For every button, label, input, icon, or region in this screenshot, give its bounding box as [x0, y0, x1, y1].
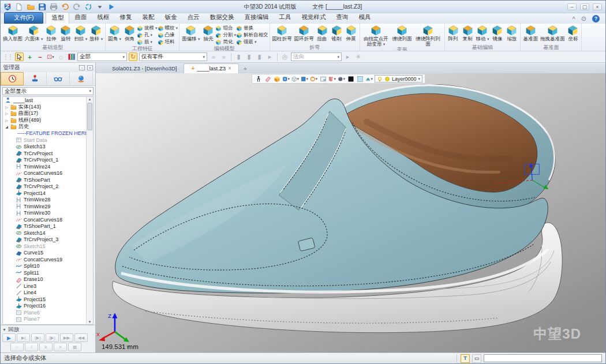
view-orientation-icon[interactable]: ▾	[282, 75, 290, 82]
ribbon-button-简化[interactable]: 简化	[215, 39, 236, 46]
redo-icon[interactable]	[72, 2, 81, 12]
scroll-up-icon[interactable]: ▲	[87, 97, 93, 101]
ribbon-button-面偏移[interactable]: 面偏移 ▾	[181, 24, 201, 42]
layer-dropdown[interactable]: Layer0000▾	[375, 75, 422, 82]
selection-cursor-icon[interactable]	[15, 52, 24, 61]
tree-item-Line3[interactable]: Line3	[3, 283, 86, 290]
ribbon-button-镶嵌[interactable]: 镶嵌▾	[236, 39, 268, 46]
ribbon-tab-点云[interactable]: 点云	[182, 12, 204, 24]
ribbon-tab-模具[interactable]: 模具	[353, 12, 376, 24]
tree-item-TrimWire29[interactable]: TrimWire29	[3, 203, 86, 210]
tree-item-Sketch14[interactable]: Sketch14	[3, 230, 86, 237]
undo-icon[interactable]	[61, 2, 70, 12]
tree-item-TrimWire24[interactable]: TrimWire24	[3, 163, 86, 170]
close-button[interactable]: ×	[593, 3, 602, 10]
ribbon-button-替换[interactable]: 替换	[236, 25, 268, 32]
tree-item-TrCrvProject_1[interactable]: TrCrvProject_1	[3, 157, 86, 164]
tree-item-(143)[interactable]: ▷实体(143)	[3, 104, 86, 111]
new-tab-button[interactable]: +	[239, 64, 252, 73]
ribbon-button-缩放[interactable]: 缩放	[504, 24, 519, 42]
ribbon-button-锥削[interactable]: 锥削	[330, 24, 344, 42]
tree-item------FEATUREFROZENHERE-----[interactable]: -----FEATURE FROZEN HERE-----	[3, 130, 86, 137]
viewport-split-icon[interactable]	[319, 75, 327, 82]
tree-item-Split10[interactable]: Split10	[3, 263, 86, 270]
add-select-icon[interactable]: +	[25, 52, 34, 61]
ribbon-tab-工具[interactable]: 工具	[274, 12, 296, 24]
tree-item-Sketch15[interactable]: Sketch15	[3, 243, 86, 250]
tree-item-Curve15[interactable]: Curve15	[3, 250, 86, 257]
ribbon-tab-装配[interactable]: 装配	[137, 12, 159, 24]
ribbon-button-凸缘[interactable]: 凸缘	[158, 32, 178, 39]
ribbon-button-基准面[interactable]: 基准面	[522, 24, 539, 42]
ribbon-button-抽壳[interactable]: 抽壳	[201, 24, 215, 42]
replay-play-to-next-button[interactable]: ▶|	[17, 333, 30, 342]
print-icon[interactable]	[49, 2, 58, 12]
shaded-display-icon[interactable]	[273, 75, 280, 82]
save-icon[interactable]	[38, 2, 47, 12]
ribbon-button-扫掠[interactable]: 扫掠 ▾	[73, 24, 88, 42]
replay-play-from-feature-button[interactable]: (▶)	[31, 333, 44, 342]
tree-item-Project16[interactable]: Project16	[3, 303, 86, 310]
ribbon-tab-修复[interactable]: 修复	[114, 12, 137, 24]
visual-manager-tab[interactable]	[47, 72, 70, 85]
face-display-icon[interactable]: ▾	[301, 75, 308, 82]
pick-box-icon[interactable]: ⊡▾	[46, 52, 55, 61]
tree-twisty-icon[interactable]: ▷	[5, 105, 9, 109]
tree-item-StartData[interactable]: Start Data	[3, 137, 86, 144]
tree-item-[interactable]: ◢历史	[3, 123, 86, 130]
tab-close-icon[interactable]: ×	[228, 65, 231, 72]
gear-icon[interactable]: ⊙	[581, 15, 586, 22]
display-filter-dropdown[interactable]: 全部显示▾	[2, 87, 93, 95]
tree-item-Project15[interactable]: Project15	[3, 296, 86, 303]
ribbon-button-放样[interactable]: 放样 ▾	[88, 24, 104, 42]
replay-fast-forward-button[interactable]: ▶▶	[60, 333, 73, 342]
maximize-button[interactable]: ▢	[580, 3, 589, 10]
play-icon[interactable]	[107, 2, 116, 12]
replay-play-between-button[interactable]: (▶)	[46, 333, 59, 342]
panel-close-icon[interactable]: ×	[87, 65, 93, 70]
tree-item-ConcatCurves16[interactable]: ConcatCurves16	[3, 170, 86, 177]
tree-item-(17)[interactable]: ▷曲面(17)	[3, 110, 86, 117]
ribbon-button-拖拽基准面[interactable]: 拖拽基准面	[539, 24, 566, 42]
open-file-icon[interactable]	[26, 2, 35, 12]
section-view-icon[interactable]: ▾	[328, 75, 336, 82]
walk-mode-icon[interactable]	[255, 75, 262, 82]
replay-play-button[interactable]: ▶	[2, 333, 16, 342]
history-manager-tab[interactable]	[1, 72, 24, 85]
ribbon-button-倒角[interactable]: 倒角	[122, 24, 137, 42]
3d-viewport[interactable]: Z X Y 149.531 mm ▾▾▾▾▾▾▾Layer0000▾ 中望3D	[96, 73, 605, 352]
ribbon-button-圆柱折弯[interactable]: 圆柱折弯	[271, 24, 293, 42]
replay-image-capture-button[interactable]: ▦	[68, 343, 81, 351]
tree-item-ConcatCurves18[interactable]: ConcatCurves18	[3, 216, 86, 223]
replay-pencil-edit-button[interactable]: /	[25, 343, 38, 351]
panel-pin-icon[interactable]: ▫	[79, 65, 85, 70]
dropdown-arrow-icon[interactable]	[95, 2, 104, 12]
ribbon-tab-造型[interactable]: 造型	[46, 12, 69, 24]
ribbon-tab-查询[interactable]: 查询	[331, 12, 353, 24]
ribbon-button-拉伸[interactable]: 拉伸	[44, 24, 58, 42]
file-menu-button[interactable]: 文件(F)	[4, 12, 43, 24]
ribbon-button-缠绕到面[interactable]: 缠绕到面	[391, 24, 413, 42]
ribbon-button-解析自相交[interactable]: 解析自相交	[236, 32, 268, 39]
new-file-icon[interactable]	[14, 2, 24, 12]
tree-twisty-icon[interactable]: ◢	[5, 125, 9, 129]
ribbon-button-阵列[interactable]: 阵列	[446, 24, 461, 42]
color-filter-icon[interactable]	[67, 52, 76, 61]
ribbon-button-由指定点开始变形[interactable]: 由指定点开始变形 ▾	[361, 24, 391, 47]
tree-item-Sketch13[interactable]: Sketch13	[3, 144, 86, 151]
zw3d-logo-icon[interactable]	[3, 2, 12, 12]
ribbon-button-螺纹[interactable]: 螺纹▾	[158, 25, 178, 32]
ribbon-button-分割[interactable]: 分割▾	[215, 32, 236, 39]
list-mode-icon[interactable]: ▭	[472, 354, 481, 363]
scrollbar-thumb[interactable]	[87, 103, 92, 130]
ribbon-tab-视觉样式[interactable]: 视觉样式	[296, 12, 331, 24]
ribbon-button-扭曲[interactable]: 扭曲	[315, 24, 330, 42]
ribbon-tab-线框[interactable]: 线框	[92, 12, 114, 24]
ribbon-button-坯料[interactable]: 坯料	[158, 39, 178, 46]
tree-twisty-icon[interactable]: ▷	[5, 118, 9, 122]
replay-pick-feature-button[interactable]: k	[39, 343, 53, 351]
tree-item-Plane7[interactable]: Plane7	[3, 316, 86, 323]
collapse-ribbon-icon[interactable]: ^	[573, 16, 575, 22]
document-tab[interactable]: +____last.Z3×	[184, 63, 238, 73]
ribbon-button-伸展[interactable]: 伸展	[344, 24, 358, 42]
